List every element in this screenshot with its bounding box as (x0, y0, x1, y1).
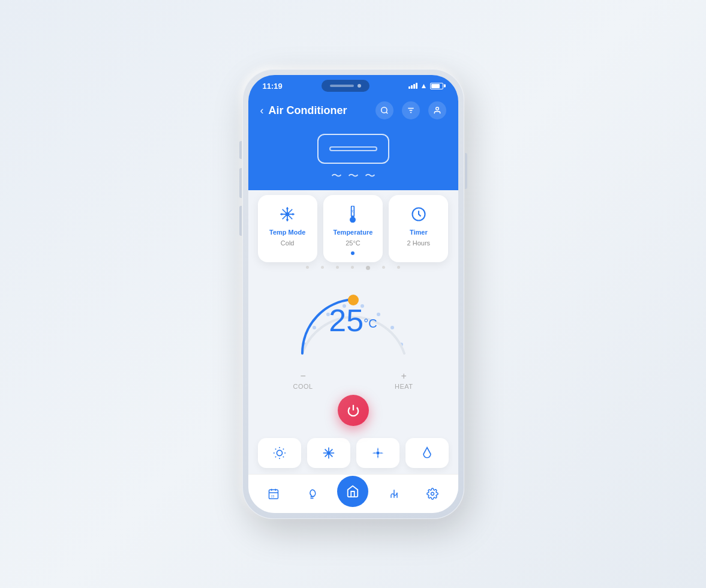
battery-icon (430, 83, 443, 89)
svg-point-11 (286, 208, 289, 210)
svg-line-37 (283, 449, 283, 449)
temp-display: 25°C (329, 302, 377, 338)
mode-buttons (248, 431, 458, 474)
svg-point-17 (350, 217, 355, 222)
calendar-icon: 23 (268, 488, 280, 500)
air-wave-1: 〜 (331, 169, 342, 183)
cool-label: COOL (293, 383, 313, 390)
header-icons (375, 101, 446, 119)
fan-icon (371, 446, 384, 460)
svg-point-42 (328, 452, 330, 454)
snowflake-icon (277, 203, 298, 225)
svg-point-43 (377, 452, 379, 454)
increase-button[interactable]: + (401, 371, 407, 382)
dot-1 (306, 266, 309, 269)
nav-calendar[interactable]: 23 (260, 481, 287, 507)
search-button[interactable] (375, 101, 393, 119)
cool-label-group: − COOL (293, 371, 313, 390)
home-icon (346, 485, 359, 498)
dot-7 (397, 266, 400, 269)
temp-unit: °C (363, 317, 377, 330)
svg-point-21 (313, 326, 316, 329)
power-button-physical (465, 153, 467, 189)
nav-home[interactable] (337, 476, 368, 507)
snowflake-mode-button[interactable] (307, 438, 350, 468)
timer-value: 2 Hours (407, 239, 431, 247)
time-display: 11:19 (263, 82, 283, 91)
fan-mode-button[interactable] (356, 438, 399, 468)
nav-chart[interactable] (381, 481, 407, 507)
settings-icon (426, 488, 438, 500)
decrease-button[interactable]: − (300, 371, 305, 382)
temp-mode-card[interactable]: Temp Mode Cold (258, 195, 317, 262)
notch (322, 80, 369, 92)
temperature-value: 25°C (346, 239, 360, 247)
sun-mode-button[interactable] (258, 438, 301, 468)
volume-down-button (239, 206, 242, 236)
sun-icon (273, 446, 286, 460)
status-icons: ▲ (408, 82, 444, 90)
dot-5 (366, 266, 370, 270)
air-wave-2: 〜 (348, 169, 359, 183)
cool-heat-labels: − COOL + HEAT (293, 371, 413, 390)
thermostat-container: 25°C − COOL + HEAT (258, 280, 449, 426)
nav-bulb[interactable] (299, 481, 325, 507)
header-left: ‹ Air Conditioner (260, 104, 347, 117)
volume-up-button (239, 168, 242, 198)
phone-screen: 11:19 ▲ ‹ Air Co (248, 75, 458, 513)
temperature-label: Temperature (334, 229, 373, 236)
svg-line-1 (386, 112, 387, 114)
timer-label: Timer (410, 229, 428, 236)
svg-point-5 (435, 107, 438, 110)
back-button[interactable]: ‹ (260, 104, 264, 117)
temperature-indicator (351, 251, 354, 255)
svg-point-12 (286, 219, 289, 221)
air-wave-3: 〜 (365, 169, 375, 183)
camera-dot (357, 84, 361, 88)
timer-card[interactable]: Timer 2 Hours (389, 195, 448, 262)
dial-wrapper: 25°C (287, 284, 419, 368)
wifi-icon: ▲ (420, 82, 428, 90)
dot-2 (321, 266, 324, 269)
thermometer-icon: °C (342, 203, 363, 225)
filter-button[interactable] (402, 101, 420, 119)
bottom-nav: 23 (248, 474, 458, 513)
chart-icon (388, 488, 400, 500)
app-header: ‹ Air Conditioner (248, 95, 458, 128)
ac-unit-icon (317, 134, 389, 164)
svg-point-0 (381, 107, 386, 113)
svg-line-36 (275, 457, 275, 457)
app-title: Air Conditioner (269, 104, 347, 117)
temp-mode-label: Temp Mode (269, 229, 305, 236)
bulb-icon (306, 488, 318, 500)
svg-point-13 (281, 213, 283, 215)
drop-icon (420, 446, 434, 460)
power-button[interactable] (338, 395, 369, 426)
phone-mockup: 11:19 ▲ ‹ Air Co (242, 69, 464, 519)
thermostat-section: 25°C − COOL + HEAT (248, 274, 458, 431)
nav-settings[interactable] (419, 481, 446, 507)
heat-label: HEAT (395, 383, 413, 390)
power-icon (347, 404, 360, 417)
mute-button (239, 141, 242, 159)
svg-point-29 (277, 450, 282, 455)
svg-text:23: 23 (271, 494, 275, 498)
svg-line-32 (275, 449, 275, 449)
notch-bar (330, 85, 354, 87)
temp-mode-value: Cold (281, 239, 295, 247)
svg-line-33 (283, 457, 283, 457)
svg-point-52 (431, 493, 434, 496)
status-bar: 11:19 ▲ (248, 75, 458, 95)
dot-6 (382, 266, 385, 269)
heat-label-group: + HEAT (395, 371, 413, 390)
profile-button[interactable] (428, 101, 446, 119)
ac-airflow: 〜 〜 〜 (331, 169, 375, 183)
svg-point-14 (292, 213, 295, 215)
dry-mode-button[interactable] (405, 438, 449, 468)
cards-row: Temp Mode Cold °C Temperature 25°C (258, 190, 449, 262)
signal-icon (408, 83, 417, 89)
dot-3 (336, 266, 339, 269)
temperature-card[interactable]: °C Temperature 25°C (323, 195, 383, 262)
ac-vent (329, 146, 377, 151)
battery-fill (431, 84, 440, 88)
